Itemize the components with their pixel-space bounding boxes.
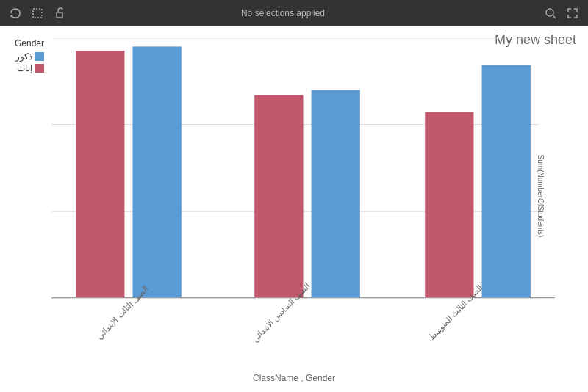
svg-point-2	[546, 9, 553, 16]
bar-g1-female	[76, 51, 124, 297]
legend-label-male: ذكور	[15, 51, 32, 62]
chart-legend: Gender ذكور إناث	[15, 38, 44, 75]
legend-color-male	[35, 52, 44, 61]
y-axis-label: Sum(NumberOfStudents)	[537, 155, 545, 238]
legend-item-male: ذكور	[15, 51, 44, 62]
bar-chart: 0 10M 20M 30M الصف الثالث الابتدائي الصف…	[51, 38, 555, 348]
search-icon[interactable]	[542, 5, 559, 21]
legend-title: Gender	[15, 38, 44, 48]
bar-g3-female	[425, 112, 473, 297]
bar-g3-male	[482, 65, 531, 297]
no-selections-label: No selections applied	[29, 8, 537, 18]
svg-line-3	[553, 15, 556, 18]
legend-label-female: إناث	[17, 63, 32, 73]
toolbar: No selections applied	[0, 0, 588, 26]
fullscreen-icon[interactable]	[564, 5, 581, 21]
bar-g1-male	[132, 46, 181, 297]
bar-g2-male	[312, 90, 360, 298]
lasso-select-icon[interactable]	[7, 5, 24, 21]
legend-color-female	[35, 64, 44, 73]
legend-item-female: إناث	[15, 63, 44, 73]
bar-g2-female	[254, 95, 303, 298]
x-axis-label: ClassName , Gender	[253, 373, 335, 383]
